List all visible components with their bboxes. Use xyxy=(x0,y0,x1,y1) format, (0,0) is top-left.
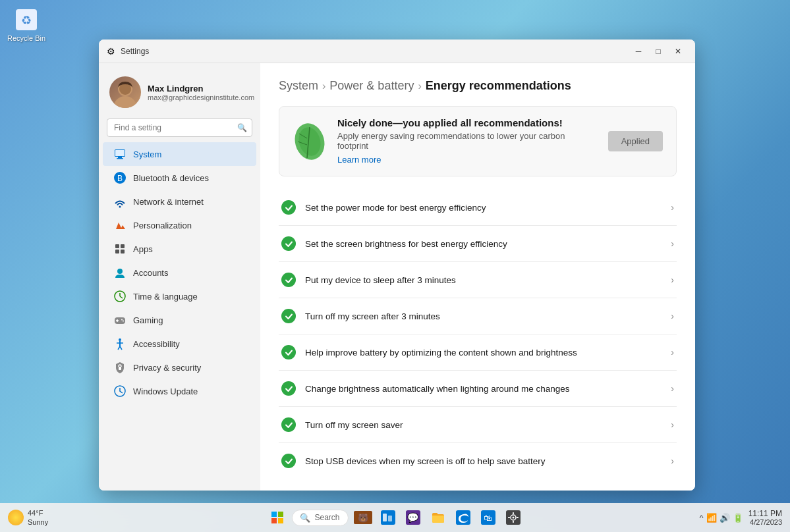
svg-rect-38 xyxy=(277,512,283,517)
title-bar-left: ⚙ Settings xyxy=(107,46,149,57)
taskbar-clock[interactable]: 11:11 PM 4/27/2023 xyxy=(748,509,782,526)
sidebar-label-system: System xyxy=(133,149,246,159)
svg-rect-54 xyxy=(513,512,514,514)
rec-text-0: Set the power mode for best energy effic… xyxy=(305,203,662,213)
maximize-button[interactable]: □ xyxy=(649,42,667,61)
svg-text:🐻: 🐻 xyxy=(358,512,369,523)
sidebar-item-accounts[interactable]: Accounts xyxy=(103,261,256,284)
energy-banner: Nicely done—you applied all recommendati… xyxy=(279,106,677,176)
search-box: 🔍 xyxy=(107,119,252,137)
recommendation-item[interactable]: Stop USB devices when my screen is off t… xyxy=(279,443,677,479)
gaming-icon xyxy=(113,313,127,327)
rec-text-3: Turn off my screen after 3 minutes xyxy=(305,311,662,321)
svg-rect-45 xyxy=(388,516,392,521)
check-icon-3 xyxy=(281,309,296,323)
start-button[interactable] xyxy=(266,507,287,528)
recommendation-item[interactable]: Turn off my screen saver › xyxy=(279,407,677,443)
taskbar-search-label: Search xyxy=(314,513,339,522)
breadcrumb: System › Power & battery › Energy recomm… xyxy=(279,79,677,93)
svg-rect-44 xyxy=(383,514,387,521)
accounts-icon xyxy=(113,266,127,279)
system-icon xyxy=(113,147,127,161)
taskbar-date-display: 4/27/2023 xyxy=(748,518,782,526)
rec-text-2: Put my device to sleep after 3 minutes xyxy=(305,275,662,285)
svg-rect-56 xyxy=(508,517,510,518)
svg-rect-6 xyxy=(118,157,122,158)
svg-text:💬: 💬 xyxy=(407,512,419,523)
wifi-icon[interactable]: 📶 xyxy=(706,513,717,523)
weather-text: 44°F Sunny xyxy=(28,508,48,527)
svg-text:♻: ♻ xyxy=(21,14,32,27)
personalization-icon xyxy=(113,219,127,232)
recommendation-item[interactable]: Put my device to sleep after 3 minutes › xyxy=(279,262,677,298)
breadcrumb-system[interactable]: System xyxy=(279,79,318,93)
sidebar-item-accessibility[interactable]: Accessibility xyxy=(103,332,256,356)
check-icon-6 xyxy=(281,417,296,432)
svg-rect-8 xyxy=(115,150,125,156)
taskbar-settings-icon[interactable] xyxy=(503,507,524,528)
sys-icons: ^ 📶 🔊 🔋 xyxy=(700,513,743,523)
recommendation-item[interactable]: Set the screen brightness for best energ… xyxy=(279,226,677,262)
svg-rect-12 xyxy=(115,244,119,248)
check-icon-7 xyxy=(281,454,296,468)
recommendation-item[interactable]: Turn off my screen after 3 minutes › xyxy=(279,298,677,334)
minimize-button[interactable]: ─ xyxy=(629,42,648,61)
taskbar-store-icon[interactable]: 🛍 xyxy=(478,507,499,528)
volume-icon[interactable]: 🔊 xyxy=(719,513,730,523)
sidebar-item-network[interactable]: Network & internet xyxy=(103,190,256,213)
rec-text-6: Turn off my screen saver xyxy=(305,420,662,430)
user-info: Max Lindgren max@graphicdesigninstitute.… xyxy=(148,84,250,101)
taskbar-chat-icon[interactable]: 💬 xyxy=(403,507,424,528)
breadcrumb-sep-2: › xyxy=(418,80,421,92)
sidebar-item-bluetooth[interactable]: B Bluetooth & devices xyxy=(103,166,256,190)
sidebar-item-system[interactable]: System xyxy=(103,142,256,166)
rec-text-5: Change brightness automatically when lig… xyxy=(305,384,662,394)
sidebar-item-time[interactable]: Time & language xyxy=(103,284,256,308)
sidebar-label-time: Time & language xyxy=(133,292,246,302)
sidebar-item-update[interactable]: Windows Update xyxy=(103,379,256,403)
taskbar: 44°F Sunny 🔍 Search xyxy=(0,503,790,532)
banner-subtitle: Apply energy saving recommendations to l… xyxy=(337,131,598,151)
battery-icon[interactable]: 🔋 xyxy=(733,513,743,523)
sidebar-item-gaming[interactable]: Gaming xyxy=(103,308,256,332)
learn-more-link[interactable]: Learn more xyxy=(337,155,381,165)
svg-line-19 xyxy=(120,296,123,298)
taskbar-edge-icon[interactable] xyxy=(453,507,474,528)
desktop: ♻ Recycle Bin ⚙ Settings ─ □ ✕ xyxy=(0,0,790,532)
chevron-up-icon[interactable]: ^ xyxy=(700,513,704,523)
chevron-right-icon-4: › xyxy=(671,347,674,358)
svg-rect-15 xyxy=(121,250,125,253)
check-icon-1 xyxy=(281,236,296,251)
svg-rect-30 xyxy=(119,367,121,370)
check-icon-2 xyxy=(281,273,296,287)
recycle-bin-icon: ♻ xyxy=(13,7,40,33)
taskbar-folder-icon[interactable] xyxy=(428,507,449,528)
sidebar-label-network: Network & internet xyxy=(133,197,246,207)
recycle-bin[interactable]: ♻ Recycle Bin xyxy=(7,7,46,42)
recommendation-item[interactable]: Change brightness automatically when lig… xyxy=(279,371,677,407)
recommendation-item[interactable]: Set the power mode for best energy effic… xyxy=(279,190,677,226)
taskbar-timeline-icon[interactable] xyxy=(378,507,399,528)
svg-point-25 xyxy=(119,338,121,341)
taskbar-animal-icon[interactable]: 🐻 xyxy=(353,507,374,528)
recommendation-item[interactable]: Help improve battery by optimizing the c… xyxy=(279,334,677,371)
breadcrumb-power[interactable]: Power & battery xyxy=(329,79,414,93)
sidebar-item-personalization[interactable]: Personalization xyxy=(103,213,256,237)
sidebar-label-personalization: Personalization xyxy=(133,221,246,230)
chevron-right-icon-5: › xyxy=(671,383,674,394)
recycle-bin-label: Recycle Bin xyxy=(7,34,45,42)
weather-info[interactable]: 44°F Sunny xyxy=(8,508,48,527)
main-content: System › Power & battery › Energy recomm… xyxy=(260,63,695,491)
chevron-right-icon-0: › xyxy=(671,202,674,213)
title-bar: ⚙ Settings ─ □ ✕ xyxy=(99,40,695,63)
chevron-right-icon-2: › xyxy=(671,275,674,285)
weather-icon xyxy=(8,510,24,525)
search-input[interactable] xyxy=(107,119,252,137)
sidebar-item-apps[interactable]: Apps xyxy=(103,237,256,261)
taskbar-search[interactable]: 🔍 Search xyxy=(291,510,348,526)
close-button[interactable]: ✕ xyxy=(669,42,687,61)
weather-condition: Sunny xyxy=(28,518,48,527)
sidebar-item-privacy[interactable]: Privacy & security xyxy=(103,356,256,379)
sidebar-label-gaming: Gaming xyxy=(133,315,246,325)
svg-rect-7 xyxy=(117,158,123,159)
